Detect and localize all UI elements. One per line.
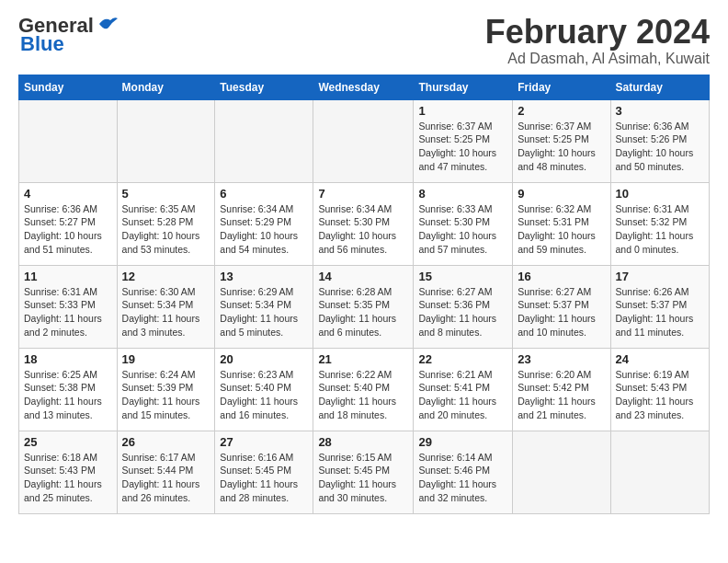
day-number: 12 [122, 270, 210, 283]
day-info: Sunrise: 6:23 AM Sunset: 5:40 PM Dayligh… [220, 368, 308, 422]
calendar-cell [215, 99, 313, 182]
day-number: 5 [122, 187, 210, 201]
day-info: Sunrise: 6:27 AM Sunset: 5:37 PM Dayligh… [518, 285, 605, 339]
day-info: Sunrise: 6:31 AM Sunset: 5:33 PM Dayligh… [24, 285, 112, 339]
day-number: 6 [220, 187, 308, 201]
logo-bird-icon [97, 15, 118, 31]
calendar-cell: 29Sunrise: 6:14 AM Sunset: 5:46 PM Dayli… [414, 431, 513, 513]
calendar-cell: 15Sunrise: 6:27 AM Sunset: 5:36 PM Dayli… [414, 265, 513, 348]
day-number: 10 [616, 187, 705, 201]
column-header-tuesday: Tuesday [215, 75, 313, 99]
calendar-cell: 20Sunrise: 6:23 AM Sunset: 5:40 PM Dayli… [215, 348, 313, 431]
month-title: February 2024 [485, 14, 710, 51]
calendar-cell: 17Sunrise: 6:26 AM Sunset: 5:37 PM Dayli… [610, 265, 710, 348]
calendar-week-row: 11Sunrise: 6:31 AM Sunset: 5:33 PM Dayli… [19, 265, 710, 348]
day-info: Sunrise: 6:31 AM Sunset: 5:32 PM Dayligh… [616, 202, 705, 257]
day-info: Sunrise: 6:19 AM Sunset: 5:43 PM Dayligh… [616, 368, 705, 422]
day-info: Sunrise: 6:36 AM Sunset: 5:27 PM Dayligh… [24, 202, 112, 257]
day-info: Sunrise: 6:17 AM Sunset: 5:44 PM Dayligh… [122, 451, 210, 505]
day-number: 21 [318, 352, 408, 366]
day-info: Sunrise: 6:21 AM Sunset: 5:41 PM Dayligh… [418, 368, 507, 422]
calendar-cell: 4Sunrise: 6:36 AM Sunset: 5:27 PM Daylig… [19, 182, 118, 265]
day-number: 11 [24, 270, 112, 283]
day-info: Sunrise: 6:16 AM Sunset: 5:45 PM Dayligh… [220, 451, 308, 505]
day-info: Sunrise: 6:29 AM Sunset: 5:34 PM Dayligh… [220, 285, 308, 339]
column-header-saturday: Saturday [610, 75, 710, 99]
day-info: Sunrise: 6:25 AM Sunset: 5:38 PM Dayligh… [24, 368, 112, 422]
calendar-cell: 24Sunrise: 6:19 AM Sunset: 5:43 PM Dayli… [610, 348, 710, 431]
day-info: Sunrise: 6:34 AM Sunset: 5:30 PM Dayligh… [318, 202, 408, 257]
day-info: Sunrise: 6:27 AM Sunset: 5:36 PM Dayligh… [418, 285, 507, 339]
day-info: Sunrise: 6:15 AM Sunset: 5:45 PM Dayligh… [318, 451, 408, 505]
day-number: 27 [220, 435, 308, 449]
day-info: Sunrise: 6:32 AM Sunset: 5:31 PM Dayligh… [518, 202, 605, 257]
day-info: Sunrise: 6:18 AM Sunset: 5:43 PM Dayligh… [24, 451, 112, 505]
calendar-cell: 10Sunrise: 6:31 AM Sunset: 5:32 PM Dayli… [610, 182, 710, 265]
calendar-cell: 21Sunrise: 6:22 AM Sunset: 5:40 PM Dayli… [313, 348, 414, 431]
day-number: 7 [318, 187, 408, 201]
calendar-header-row: SundayMondayTuesdayWednesdayThursdayFrid… [19, 75, 710, 99]
calendar-cell: 22Sunrise: 6:21 AM Sunset: 5:41 PM Dayli… [414, 348, 513, 431]
day-number: 14 [318, 270, 408, 283]
calendar-cell: 28Sunrise: 6:15 AM Sunset: 5:45 PM Dayli… [313, 431, 414, 513]
calendar-cell: 11Sunrise: 6:31 AM Sunset: 5:33 PM Dayli… [19, 265, 118, 348]
calendar-cell [513, 431, 610, 513]
calendar-week-row: 4Sunrise: 6:36 AM Sunset: 5:27 PM Daylig… [19, 182, 710, 265]
day-number: 3 [616, 104, 705, 118]
day-number: 25 [24, 435, 112, 449]
calendar-cell: 26Sunrise: 6:17 AM Sunset: 5:44 PM Dayli… [117, 431, 215, 513]
calendar-cell: 1Sunrise: 6:37 AM Sunset: 5:25 PM Daylig… [414, 99, 513, 182]
calendar-cell: 3Sunrise: 6:36 AM Sunset: 5:26 PM Daylig… [610, 99, 710, 182]
calendar-cell: 18Sunrise: 6:25 AM Sunset: 5:38 PM Dayli… [19, 348, 118, 431]
day-number: 8 [418, 187, 507, 201]
calendar-cell: 8Sunrise: 6:33 AM Sunset: 5:30 PM Daylig… [414, 182, 513, 265]
day-info: Sunrise: 6:22 AM Sunset: 5:40 PM Dayligh… [318, 368, 408, 422]
column-header-thursday: Thursday [414, 75, 513, 99]
day-number: 22 [418, 352, 507, 366]
calendar-cell: 13Sunrise: 6:29 AM Sunset: 5:34 PM Dayli… [215, 265, 313, 348]
calendar-cell [117, 99, 215, 182]
calendar-cell: 6Sunrise: 6:34 AM Sunset: 5:29 PM Daylig… [215, 182, 313, 265]
day-info: Sunrise: 6:34 AM Sunset: 5:29 PM Dayligh… [220, 202, 308, 257]
calendar-cell: 5Sunrise: 6:35 AM Sunset: 5:28 PM Daylig… [117, 182, 215, 265]
day-number: 17 [616, 270, 705, 283]
day-number: 23 [518, 352, 605, 366]
day-number: 1 [418, 104, 507, 118]
column-header-friday: Friday [513, 75, 610, 99]
calendar-cell: 2Sunrise: 6:37 AM Sunset: 5:25 PM Daylig… [513, 99, 610, 182]
day-number: 29 [418, 435, 507, 449]
calendar-table: SundayMondayTuesdayWednesdayThursdayFrid… [18, 75, 710, 514]
calendar-cell: 14Sunrise: 6:28 AM Sunset: 5:35 PM Dayli… [313, 265, 414, 348]
calendar-cell [313, 99, 414, 182]
day-number: 24 [616, 352, 705, 366]
calendar-cell: 7Sunrise: 6:34 AM Sunset: 5:30 PM Daylig… [313, 182, 414, 265]
title-area: February 2024 Ad Dasmah, Al Asimah, Kuwa… [485, 14, 710, 67]
logo-blue: Blue [18, 32, 64, 56]
day-info: Sunrise: 6:14 AM Sunset: 5:46 PM Dayligh… [418, 451, 507, 505]
calendar-cell [610, 431, 710, 513]
calendar-week-row: 25Sunrise: 6:18 AM Sunset: 5:43 PM Dayli… [19, 431, 710, 513]
day-info: Sunrise: 6:24 AM Sunset: 5:39 PM Dayligh… [122, 368, 210, 422]
day-info: Sunrise: 6:30 AM Sunset: 5:34 PM Dayligh… [122, 285, 210, 339]
calendar-cell: 9Sunrise: 6:32 AM Sunset: 5:31 PM Daylig… [513, 182, 610, 265]
day-number: 13 [220, 270, 308, 283]
calendar-week-row: 18Sunrise: 6:25 AM Sunset: 5:38 PM Dayli… [19, 348, 710, 431]
column-header-sunday: Sunday [19, 75, 118, 99]
day-info: Sunrise: 6:36 AM Sunset: 5:26 PM Dayligh… [616, 120, 705, 174]
calendar-cell: 16Sunrise: 6:27 AM Sunset: 5:37 PM Dayli… [513, 265, 610, 348]
calendar-cell: 19Sunrise: 6:24 AM Sunset: 5:39 PM Dayli… [117, 348, 215, 431]
column-header-monday: Monday [117, 75, 215, 99]
day-info: Sunrise: 6:35 AM Sunset: 5:28 PM Dayligh… [122, 202, 210, 257]
calendar-cell: 12Sunrise: 6:30 AM Sunset: 5:34 PM Dayli… [117, 265, 215, 348]
calendar-cell: 27Sunrise: 6:16 AM Sunset: 5:45 PM Dayli… [215, 431, 313, 513]
day-number: 20 [220, 352, 308, 366]
day-info: Sunrise: 6:28 AM Sunset: 5:35 PM Dayligh… [318, 285, 408, 339]
logo: General Blue [18, 14, 118, 56]
day-number: 4 [24, 187, 112, 201]
header: General Blue February 2024 Ad Dasmah, Al… [18, 14, 710, 67]
day-info: Sunrise: 6:37 AM Sunset: 5:25 PM Dayligh… [518, 120, 605, 174]
day-number: 16 [518, 270, 605, 283]
day-info: Sunrise: 6:33 AM Sunset: 5:30 PM Dayligh… [418, 202, 507, 257]
day-info: Sunrise: 6:37 AM Sunset: 5:25 PM Dayligh… [418, 120, 507, 174]
column-header-wednesday: Wednesday [313, 75, 414, 99]
